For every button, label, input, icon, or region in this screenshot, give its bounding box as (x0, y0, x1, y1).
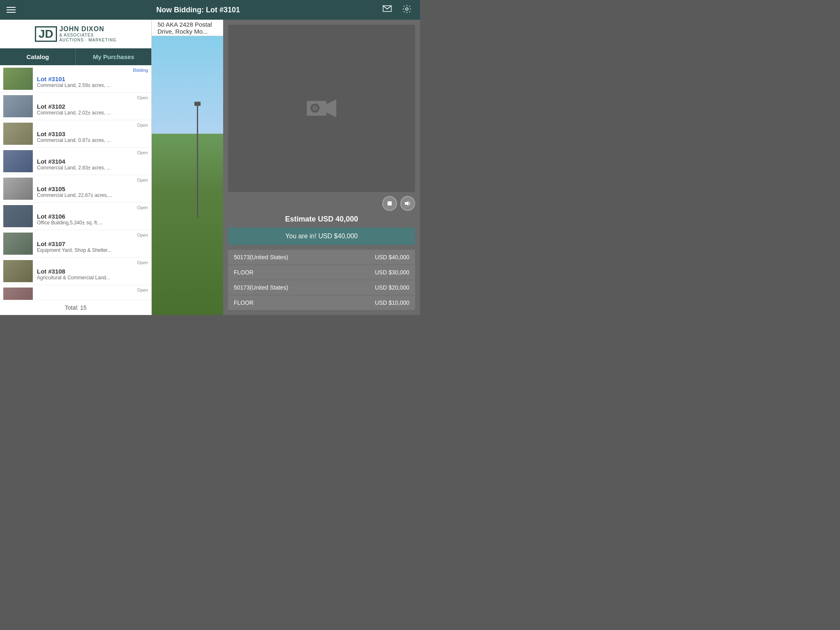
bid-amount: USD $10,000 (375, 299, 409, 306)
bid-bidder: 50173(United States) (234, 284, 288, 291)
property-title: 50 AKA 2428 Postal Drive, Rocky Mo... (152, 20, 223, 36)
list-item[interactable]: Open Lot #3107 Equipment Yard, Shop & Sh… (0, 230, 151, 258)
tab-my-purchases[interactable]: My Purchases (76, 48, 151, 65)
tab-catalog[interactable]: Catalog (0, 48, 76, 65)
bid-amount: USD $40,000 (375, 254, 409, 260)
lot-info: Open Lot #3105 Commercial Land, 22.67± a… (37, 180, 148, 198)
lot-status: Open (137, 150, 148, 155)
lot-status: Open (137, 95, 148, 100)
video-controls (228, 196, 415, 211)
svg-rect-5 (388, 201, 392, 205)
lot-number: Lot #3108 (37, 268, 148, 275)
tower-decoration (197, 106, 198, 217)
list-item[interactable]: Open Lot #3103 Commercial Land, 0.87± ac… (0, 120, 151, 148)
lot-info: Open Lot #3106 Office Building,5,340± sq… (37, 207, 148, 226)
lot-info: Bidding Lot #3101 Commercial Land, 2.59±… (37, 70, 148, 88)
svg-marker-6 (405, 201, 409, 206)
stop-button[interactable] (382, 196, 397, 211)
camera-icon (305, 96, 338, 121)
list-item[interactable]: Open Lot #3104 Commercial Land, 2.83± ac… (0, 148, 151, 175)
svg-point-0 (406, 8, 408, 10)
lot-description: Commercial Land, 2.02± acres, ... (37, 110, 148, 116)
list-item[interactable]: Open Lot #3102 Commercial Land, 2.02± ac… (0, 93, 151, 120)
bid-row: 50173(United States) USD $40,000 (228, 250, 415, 265)
lot-thumbnail (3, 95, 33, 117)
lot-description: Equipment Yard, Shop & Shelter... (37, 247, 148, 253)
bid-row: 50173(United States) USD $20,000 (228, 280, 415, 295)
lot-thumbnail (3, 205, 33, 227)
lot-thumbnail (3, 123, 33, 145)
lot-number: Lot #3104 (37, 158, 148, 165)
logo: JD JOHN DIXON & ASSOCIATES AUCTIONS · MA… (35, 25, 116, 43)
logo-name: JOHN DIXON & ASSOCIATES AUCTIONS · MARKE… (59, 25, 116, 43)
list-item[interactable]: Open Lot #3106 Office Building,5,340± sq… (0, 203, 151, 230)
lot-info: Open Lot #3107 Equipment Yard, Shop & Sh… (37, 235, 148, 253)
volume-button[interactable] (400, 196, 415, 211)
total-bar: Total: 15 (0, 300, 151, 315)
bid-amount: USD $20,000 (375, 284, 409, 291)
content-area: 50 AKA 2428 Postal Drive, Rocky Mo... (152, 20, 223, 315)
lot-status: Open (137, 123, 148, 128)
lot-status: Open (137, 288, 148, 292)
lot-description: Commercial Land, 2.59± acres, ... (37, 82, 148, 88)
lot-thumbnail (3, 68, 33, 90)
estimate-label: Estimate USD 40,000 (228, 215, 415, 224)
lot-list: Bidding Lot #3101 Commercial Land, 2.59±… (0, 65, 151, 300)
lot-description: Office Building,5,340± sq. ft.... (37, 220, 148, 226)
sidebar: JD JOHN DIXON & ASSOCIATES AUCTIONS · MA… (0, 20, 152, 315)
lot-thumbnail (3, 178, 33, 200)
header-title: Now Bidding: Lot #3101 (17, 6, 379, 14)
lot-info: Open Lot #3109 (37, 292, 148, 300)
lot-info: Open Lot #3103 Commercial Land, 0.87± ac… (37, 125, 148, 143)
lot-info: Open Lot #3104 Commercial Land, 2.83± ac… (37, 152, 148, 171)
you-are-in-label: You are in! USD $40,000 (228, 228, 415, 245)
bid-row: FLOOR USD $10,000 (228, 295, 415, 310)
lot-thumbnail (3, 233, 33, 255)
lot-status: Open (137, 233, 148, 237)
lot-number: Lot #3103 (37, 130, 148, 137)
lot-number: Lot #3101 (37, 75, 148, 82)
list-item[interactable]: Open Lot #3109 (0, 285, 151, 300)
lot-info: Open Lot #3108 Agricultural & Commercial… (37, 262, 148, 281)
right-panel: Estimate USD 40,000 You are in! USD $40,… (223, 20, 420, 315)
header-actions (379, 2, 415, 18)
chat-icon[interactable] (379, 3, 395, 17)
lot-description: Commercial Land, 2.83± acres, ... (37, 165, 148, 171)
lot-description: Agricultural & Commercial Land... (37, 275, 148, 281)
menu-button[interactable] (5, 5, 17, 14)
video-area (228, 25, 415, 192)
bid-history: 50173(United States) USD $40,000 FLOOR U… (228, 250, 415, 310)
company-sub: & ASSOCIATES (59, 33, 116, 38)
bid-bidder: FLOOR (234, 299, 253, 306)
lot-thumbnail (3, 288, 33, 300)
lot-status: Bidding (133, 68, 148, 73)
list-item[interactable]: Open Lot #3105 Commercial Land, 22.67± a… (0, 175, 151, 203)
company-name: JOHN DIXON (59, 25, 116, 33)
logo-initials: JD (35, 26, 57, 42)
company-tagline: AUCTIONS · MARKETING (59, 38, 116, 43)
logo-area: JD JOHN DIXON & ASSOCIATES AUCTIONS · MA… (0, 20, 151, 48)
lot-thumbnail (3, 150, 33, 172)
list-item[interactable]: Open Lot #3108 Agricultural & Commercial… (0, 258, 151, 285)
main-layout: JD JOHN DIXON & ASSOCIATES AUCTIONS · MA… (0, 20, 420, 315)
header: Now Bidding: Lot #3101 (0, 0, 420, 20)
list-item[interactable]: Bidding Lot #3101 Commercial Land, 2.59±… (0, 65, 151, 93)
property-image (152, 36, 223, 315)
lot-number: Lot #3107 (37, 240, 148, 247)
lot-info: Open Lot #3102 Commercial Land, 2.02± ac… (37, 97, 148, 116)
lot-number: Lot #3106 (37, 213, 148, 220)
bid-amount: USD $30,000 (375, 269, 409, 276)
lot-description: Commercial Land, 0.87± acres, ... (37, 137, 148, 143)
lot-status: Open (137, 260, 148, 265)
lot-number: Lot #3109 (37, 298, 148, 300)
bid-row: FLOOR USD $30,000 (228, 265, 415, 280)
svg-point-4 (313, 105, 318, 111)
lot-number: Lot #3102 (37, 103, 148, 110)
lot-status: Open (137, 178, 148, 183)
bid-bidder: FLOOR (234, 269, 253, 276)
lot-description: Commercial Land, 22.67± acres,... (37, 192, 148, 198)
lot-thumbnail (3, 260, 33, 282)
landscape-image (152, 36, 223, 315)
svg-marker-2 (326, 99, 336, 117)
settings-icon[interactable] (399, 2, 415, 18)
